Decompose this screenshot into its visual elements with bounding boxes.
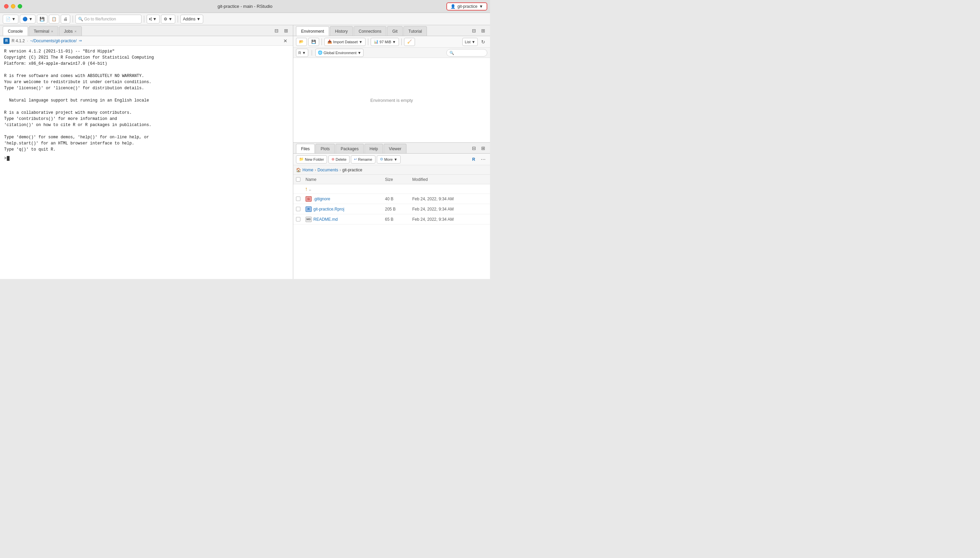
packages-tab[interactable]: Packages xyxy=(336,144,364,153)
breadcrumb-home[interactable]: Home xyxy=(303,167,313,172)
tutorial-tab[interactable]: Tutorial xyxy=(404,26,427,36)
console-blank-3 xyxy=(4,103,289,110)
console-line-3: Platform: x86_64-apple-darwin17.0 (64-bi… xyxy=(4,61,289,67)
fullscreen-window-button[interactable] xyxy=(18,4,22,8)
size-column-header: Size xyxy=(385,177,412,182)
memory-button[interactable]: 📊 97 MiB ▼ xyxy=(371,38,399,46)
delete-button[interactable]: ⊗ Delete xyxy=(328,155,349,164)
env-toolbar: 📂 💾 📥 Import Dataset ▼ 📊 97 MiB ▼ xyxy=(293,36,490,48)
more-button[interactable]: ⚙ More ▼ xyxy=(377,155,401,164)
console-line-12: 'help.start()' for an HTML browser inter… xyxy=(4,140,289,146)
terminal-tab-label: Terminal xyxy=(34,29,49,34)
console-line-11: Type 'demo()' for some demos, 'help()' f… xyxy=(4,134,289,140)
table-row[interactable]: R git-practice.Rproj 205 B Feb 24, 2022,… xyxy=(293,204,490,214)
find-button[interactable]: 🔍 Go to file/function xyxy=(75,15,142,23)
select-all-checkbox[interactable] xyxy=(296,177,300,182)
plots-tab[interactable]: Plots xyxy=(315,144,335,153)
print-button[interactable]: 🖨 xyxy=(61,15,70,23)
breadcrumb-documents[interactable]: Documents xyxy=(318,167,338,172)
chevron-down-icon: ▼ xyxy=(479,4,483,9)
minimize-window-button[interactable] xyxy=(11,4,15,8)
git-button[interactable]: ⑆ ▼ xyxy=(147,15,160,23)
files-tab[interactable]: Files xyxy=(296,144,315,153)
parent-dir-row[interactable]: ↑ .. xyxy=(293,184,490,194)
refresh-env-button[interactable]: ↻ xyxy=(479,38,487,46)
save-all-button[interactable]: 📋 xyxy=(49,15,59,23)
connections-tab[interactable]: Connections xyxy=(354,26,387,36)
save-workspace-button[interactable]: 💾 xyxy=(308,38,319,46)
git-practice-button[interactable]: 👤 git-practice ▼ xyxy=(446,2,487,11)
table-row[interactable]: MD README.md 65 B Feb 24, 2022, 9:34 AM xyxy=(293,214,490,225)
find-icon: 🔍 xyxy=(78,17,83,21)
help-tab[interactable]: Help xyxy=(364,144,383,153)
sync-files-button[interactable]: R xyxy=(469,155,478,164)
connections-tab-label: Connections xyxy=(359,29,382,34)
files-tab-label: Files xyxy=(301,146,310,151)
clear-env-button[interactable]: 🧹 xyxy=(404,38,415,46)
expand-env-button[interactable]: ⊞ xyxy=(479,26,487,35)
jobs-tab[interactable]: Jobs × xyxy=(59,26,82,36)
console-actions: ✕ xyxy=(281,37,290,45)
file-size-gitignore: 40 B xyxy=(385,197,412,201)
console-tab-label: Console xyxy=(8,29,23,34)
expand-files-button[interactable]: ⊞ xyxy=(479,144,487,152)
file-checkbox-rproj[interactable] xyxy=(296,207,300,211)
console-line-6: Type 'license()' or 'licence()' for dist… xyxy=(4,85,289,91)
files-table-header: Name Size Modified xyxy=(293,175,490,184)
up-dir-label: .. xyxy=(309,187,311,192)
console-tab[interactable]: Console xyxy=(3,26,28,36)
r-engine-label: R xyxy=(298,51,301,55)
import-dataset-button[interactable]: 📥 Import Dataset ▼ xyxy=(324,38,366,46)
rproj-icon: R xyxy=(306,207,312,212)
addins-button[interactable]: Addins ▼ xyxy=(180,15,204,23)
right-panel: Environment History Connections Git Tuto… xyxy=(293,25,490,279)
collapse-files-button[interactable]: ⊟ xyxy=(470,144,478,152)
files-more-button[interactable]: ⋯ xyxy=(479,155,487,164)
terminal-tab[interactable]: Terminal × xyxy=(29,26,58,36)
env-sep-3 xyxy=(401,38,402,45)
terminal-tab-close[interactable]: × xyxy=(51,29,53,33)
env-empty-label: Environment is empty xyxy=(370,98,413,103)
viewer-tab[interactable]: Viewer xyxy=(384,144,406,153)
rename-button[interactable]: ↩ Rename xyxy=(351,155,376,164)
file-checkbox-gitignore[interactable] xyxy=(296,197,300,201)
build-button[interactable]: ⚙ ▼ xyxy=(161,15,175,23)
up-dir-icon: ↑ xyxy=(305,186,308,192)
env-search-input[interactable] xyxy=(446,49,487,57)
close-window-button[interactable] xyxy=(4,4,8,8)
build-icon: ⚙ xyxy=(164,17,168,21)
console-line-13: Type 'q()' to quit R. xyxy=(4,146,289,153)
git-tab[interactable]: Git xyxy=(387,26,402,36)
file-name-rproj[interactable]: git-practice.Rproj xyxy=(313,207,344,212)
import-dataset-label: Import Dataset xyxy=(333,40,358,44)
memory-dropdown-icon: ▼ xyxy=(392,40,396,44)
open-project-icon: 🔵 xyxy=(23,17,28,21)
console-path[interactable]: ~/Documents/git-practice/ xyxy=(30,38,76,43)
load-workspace-button[interactable]: 📂 xyxy=(296,38,307,46)
r-engine-button[interactable]: R ▼ xyxy=(296,49,308,57)
clear-console-button[interactable]: ✕ xyxy=(281,37,290,45)
new-file-dropdown-icon: ▼ xyxy=(12,17,16,21)
file-name-readme[interactable]: README.md xyxy=(313,217,338,222)
environment-tab[interactable]: Environment xyxy=(296,26,329,36)
global-env-button[interactable]: 🌐 Global Environment ▼ xyxy=(315,49,364,57)
new-file-button[interactable]: 📄 ▼ xyxy=(3,15,18,23)
open-project-dropdown-icon: ▼ xyxy=(29,17,33,21)
expand-panel-button[interactable]: ⊞ xyxy=(282,26,290,35)
save-icon: 💾 xyxy=(40,17,44,21)
more-icon: ⚙ xyxy=(380,157,383,161)
rename-label: Rename xyxy=(358,158,372,161)
save-button[interactable]: 💾 xyxy=(37,15,48,23)
new-folder-button[interactable]: 📁 New Folder xyxy=(296,155,327,164)
file-name-gitignore[interactable]: .gitignore xyxy=(313,197,330,201)
list-view-button[interactable]: List ▼ xyxy=(462,38,478,46)
collapse-env-button[interactable]: ⊟ xyxy=(470,26,478,35)
table-row[interactable]: G .gitignore 40 B Feb 24, 2022, 9:34 AM xyxy=(293,194,490,204)
collapse-panel-button[interactable]: ⊟ xyxy=(272,26,281,35)
window-title: git-practice - main - RStudio xyxy=(217,4,272,9)
open-project-button[interactable]: 🔵 ▼ xyxy=(20,15,35,23)
history-tab[interactable]: History xyxy=(330,26,352,36)
jobs-tab-close[interactable]: × xyxy=(74,29,76,33)
file-checkbox-readme[interactable] xyxy=(296,217,300,222)
sep-2: › xyxy=(339,167,341,172)
